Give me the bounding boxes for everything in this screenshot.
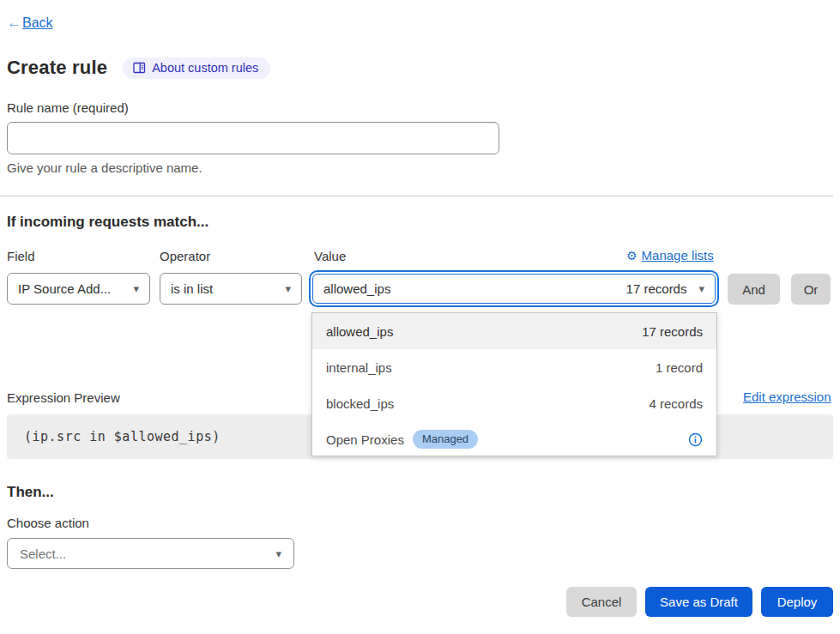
info-icon[interactable]	[688, 432, 703, 447]
edit-expression-link[interactable]: Edit expression	[743, 389, 833, 404]
field-label: Field	[7, 249, 35, 263]
deploy-button[interactable]: Deploy	[761, 587, 833, 617]
operator-select-value: is in list	[171, 281, 213, 296]
or-button[interactable]: Or	[791, 274, 831, 305]
rule-name-label: Rule name (required)	[7, 100, 129, 115]
dropdown-item-allowed-ips[interactable]: allowed_ips 17 records	[312, 313, 716, 349]
value-label: Value	[314, 249, 346, 263]
dropdown-item-blocked-ips[interactable]: blocked_ips 4 records	[312, 385, 716, 421]
value-select[interactable]: allowed_ips 17 records ▾	[312, 274, 716, 304]
match-section-heading: If incoming requests match...	[7, 214, 208, 231]
dropdown-item-internal-ips[interactable]: internal_ips 1 record	[312, 349, 716, 385]
chevron-down-icon: ▾	[275, 547, 281, 560]
chevron-down-icon: ▾	[285, 282, 291, 295]
rule-name-input[interactable]	[7, 122, 499, 154]
section-divider	[0, 196, 833, 196]
list-name: allowed_ips	[326, 324, 393, 339]
expression-preview-label: Expression Preview	[7, 390, 120, 405]
list-record-count: 1 record	[656, 360, 703, 375]
cancel-button[interactable]: Cancel	[566, 587, 637, 617]
create-rule-page: ←Back Create rule About custom rules Rul…	[0, 0, 840, 634]
list-record-count: 4 records	[649, 396, 703, 411]
back-link-label: Back	[22, 15, 53, 31]
page-title: Create rule	[7, 57, 107, 79]
back-arrow-icon: ←	[7, 15, 21, 32]
choose-action-label: Choose action	[7, 516, 89, 530]
field-select-value: IP Source Add...	[18, 281, 111, 296]
gear-icon: ⚙	[626, 249, 638, 263]
action-select-placeholder: Select...	[20, 546, 66, 561]
value-select-record-count: 17 records	[626, 281, 687, 296]
operator-select[interactable]: is in list ▾	[160, 273, 302, 305]
title-row: Create rule About custom rules	[7, 57, 270, 79]
chevron-down-icon: ▾	[698, 282, 704, 295]
list-name: blocked_ips	[326, 396, 394, 411]
expression-code: (ip.src in $allowed_ips)	[24, 429, 221, 444]
book-icon	[133, 62, 146, 74]
field-select[interactable]: IP Source Add... ▾	[7, 273, 150, 305]
list-record-count: 17 records	[642, 324, 703, 339]
manage-lists-link[interactable]: ⚙ Manage lists	[626, 248, 719, 263]
and-button[interactable]: And	[728, 274, 780, 305]
managed-badge: Managed	[413, 430, 478, 449]
manage-lists-label: Manage lists	[642, 248, 714, 263]
dropdown-item-open-proxies[interactable]: Open Proxies Managed	[312, 421, 716, 457]
about-custom-rules-link[interactable]: About custom rules	[123, 57, 270, 79]
then-section-heading: Then...	[7, 484, 54, 501]
action-select[interactable]: Select... ▾	[7, 538, 294, 569]
back-link[interactable]: ←Back	[7, 15, 53, 32]
value-select-value: allowed_ips	[323, 281, 390, 296]
about-badge-label: About custom rules	[152, 61, 258, 75]
operator-label: Operator	[160, 249, 210, 263]
rule-name-helper-text: Give your rule a descriptive name.	[7, 160, 202, 175]
value-dropdown-panel: allowed_ips 17 records internal_ips 1 re…	[311, 312, 717, 456]
chevron-down-icon: ▾	[133, 282, 139, 295]
list-name: internal_ips	[326, 360, 392, 375]
list-name: Open Proxies	[326, 432, 404, 447]
save-as-draft-button[interactable]: Save as Draft	[645, 587, 752, 617]
